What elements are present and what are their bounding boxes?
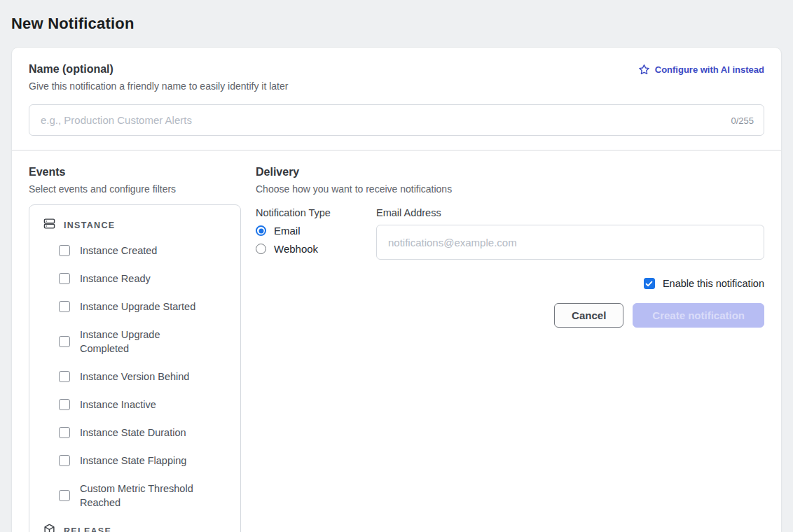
- email-input[interactable]: [388, 237, 752, 248]
- event-group-header-instance: INSTANCE: [43, 218, 229, 232]
- event-item-label: Instance Upgrade Completed: [80, 328, 203, 356]
- event-group-label: RELEASE: [64, 526, 111, 532]
- page-header: New Notification: [0, 0, 793, 47]
- email-block: Email Address: [376, 207, 764, 260]
- checkbox[interactable]: [59, 490, 70, 501]
- name-input-wrap: 0/255: [29, 104, 764, 136]
- enable-notification-label: Enable this notification: [663, 278, 764, 289]
- event-item-instance-ready[interactable]: Instance Ready: [59, 272, 229, 286]
- split-section: Events Select events and configure filte…: [12, 150, 781, 532]
- radio-email-label: Email: [274, 225, 301, 237]
- delivery-subtitle: Choose how you want to receive notificat…: [256, 183, 764, 195]
- new-notification-card: Name (optional) Configure with AI instea…: [11, 47, 782, 532]
- event-item-instance-inactive[interactable]: Instance Inactive: [59, 398, 229, 412]
- radio-webhook[interactable]: [256, 244, 266, 254]
- event-item-instance-state-flapping[interactable]: Instance State Flapping: [59, 454, 229, 468]
- checkbox[interactable]: [59, 245, 70, 256]
- checkbox[interactable]: [59, 336, 70, 347]
- event-item-label: Instance Upgrade Started: [80, 300, 195, 314]
- event-item-instance-version-behind[interactable]: Instance Version Behind: [59, 370, 229, 384]
- event-item-label: Instance State Duration: [80, 426, 186, 440]
- name-section: Name (optional) Configure with AI instea…: [12, 48, 781, 150]
- checkbox[interactable]: [59, 455, 70, 466]
- events-column: Events Select events and configure filte…: [29, 166, 241, 532]
- event-item-label: Instance Created: [80, 244, 157, 258]
- name-section-title: Name (optional): [29, 63, 113, 76]
- name-section-subtitle: Give this notification a friendly name t…: [29, 80, 764, 92]
- event-item-label: Instance Version Behind: [80, 370, 189, 384]
- event-item-label: Custom Metric Threshold Reached: [80, 482, 203, 510]
- star-icon: [638, 64, 650, 76]
- event-item-instance-state-duration[interactable]: Instance State Duration: [59, 426, 229, 440]
- events-title: Events: [29, 166, 241, 178]
- cancel-button[interactable]: Cancel: [554, 303, 623, 328]
- name-input[interactable]: [41, 114, 722, 126]
- page-title: New Notification: [11, 15, 782, 33]
- event-item-custom-metric-threshold[interactable]: Custom Metric Threshold Reached: [59, 482, 229, 510]
- notification-type-block: Notification Type Email Webhook: [256, 207, 376, 260]
- event-item-instance-upgrade-started[interactable]: Instance Upgrade Started: [59, 300, 229, 314]
- email-input-wrap: [376, 225, 764, 260]
- event-item-label: Instance Ready: [80, 272, 151, 286]
- button-row: Cancel Create notification: [256, 303, 764, 328]
- server-icon: [43, 218, 55, 232]
- enable-notification-row[interactable]: Enable this notification: [256, 278, 764, 289]
- delivery-column: Delivery Choose how you want to receive …: [256, 166, 764, 532]
- checkbox[interactable]: [59, 371, 70, 382]
- notification-type-label: Notification Type: [256, 207, 376, 218]
- radio-option-email[interactable]: Email: [256, 225, 376, 237]
- event-item-label: Instance Inactive: [80, 398, 156, 412]
- checkbox[interactable]: [59, 273, 70, 284]
- event-item-instance-created[interactable]: Instance Created: [59, 244, 229, 258]
- radio-option-webhook[interactable]: Webhook: [256, 243, 376, 255]
- events-subtitle: Select events and configure filters: [29, 183, 241, 195]
- radio-webhook-label: Webhook: [274, 243, 318, 255]
- delivery-title: Delivery: [256, 166, 764, 178]
- checkbox[interactable]: [59, 301, 70, 312]
- event-item-label: Instance State Flapping: [80, 454, 186, 468]
- event-group-label: INSTANCE: [64, 220, 115, 230]
- configure-with-ai-link[interactable]: Configure with AI instead: [638, 64, 764, 76]
- event-item-instance-upgrade-completed[interactable]: Instance Upgrade Completed: [59, 328, 229, 356]
- package-icon: [43, 524, 55, 532]
- event-group-header-release: RELEASE: [43, 524, 229, 532]
- create-notification-button[interactable]: Create notification: [633, 303, 764, 328]
- radio-email[interactable]: [256, 225, 266, 236]
- email-address-label: Email Address: [376, 207, 764, 218]
- events-box: INSTANCE Instance Created Instance Ready…: [29, 204, 241, 532]
- enable-checkbox[interactable]: [644, 278, 655, 289]
- char-counter: 0/255: [731, 115, 754, 125]
- checkbox[interactable]: [59, 427, 70, 438]
- configure-with-ai-label: Configure with AI instead: [655, 64, 764, 75]
- checkbox[interactable]: [59, 399, 70, 410]
